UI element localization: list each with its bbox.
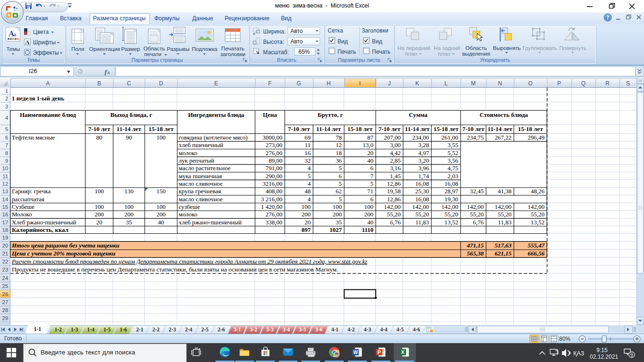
svg-text:16: 16 [2, 212, 8, 217]
svg-text:55,20: 55,20 [445, 211, 458, 218]
svg-text:100: 100 [302, 203, 311, 210]
svg-text:M: M [471, 80, 476, 87]
svg-text:6,76: 6,76 [390, 219, 401, 226]
svg-text:ҚАЗ: ҚАЗ [573, 350, 584, 357]
svg-text:Выход блюда, г: Выход блюда, г [110, 111, 152, 118]
svg-text:Гарнир: гречка: Гарнир: гречка [12, 188, 51, 195]
svg-text:26: 26 [2, 291, 8, 297]
svg-text:лук репчатый: лук репчатый [179, 157, 214, 164]
svg-text:?: ? [606, 14, 609, 21]
svg-text:X: X [401, 349, 405, 355]
svg-text:J: J [388, 80, 391, 87]
svg-text:6: 6 [371, 165, 374, 172]
svg-text:16,08: 16,08 [415, 180, 429, 187]
svg-text:55,20: 55,20 [415, 211, 429, 218]
svg-text:200: 200 [157, 211, 166, 218]
svg-text:Цена: Цена [263, 111, 277, 118]
svg-text:3216,00: 3216,00 [263, 180, 282, 187]
svg-text:25,30: 25,30 [415, 188, 429, 195]
svg-text:6: 6 [371, 196, 374, 203]
svg-text:13,52: 13,52 [531, 219, 545, 226]
svg-text:7-10 лет: 7-10 лет [88, 125, 110, 132]
svg-text:55,20: 55,20 [531, 211, 545, 218]
svg-text:40: 40 [367, 157, 373, 164]
svg-text:19,58: 19,58 [387, 188, 401, 195]
svg-text:рассыпчатая: рассыпчатая [12, 196, 44, 203]
svg-text:масло сливочное: масло сливочное [179, 196, 223, 203]
svg-text:21: 21 [2, 251, 8, 256]
svg-text:Брутто, г: Брутто, г [318, 111, 343, 118]
svg-text:28,97: 28,97 [445, 188, 459, 195]
svg-text:142,00: 142,00 [412, 203, 429, 210]
svg-text:C: C [127, 80, 131, 87]
svg-text:4,75: 4,75 [447, 165, 458, 172]
svg-text:4: 4 [308, 180, 311, 187]
svg-text:02.12.2021: 02.12.2021 [590, 354, 618, 360]
svg-text:Расчет стоимости блюд произвед: Расчет стоимости блюд произведен по цена… [11, 258, 367, 265]
svg-text:K: K [415, 80, 419, 87]
svg-text:1,74: 1,74 [418, 173, 429, 180]
svg-text:55,20: 55,20 [470, 211, 484, 218]
svg-text:666,56: 666,56 [528, 250, 545, 257]
svg-text:P: P [557, 80, 561, 87]
svg-text:2: 2 [5, 96, 8, 101]
svg-text:35: 35 [336, 219, 342, 226]
svg-text:3: 3 [5, 104, 8, 109]
svg-text:80: 80 [96, 134, 102, 141]
svg-text:261,00: 261,00 [441, 134, 458, 141]
svg-text:F: F [268, 80, 272, 87]
svg-text:15-18 лет: 15-18 лет [149, 125, 174, 132]
svg-text:3,20: 3,20 [418, 157, 429, 164]
svg-text:25: 25 [2, 283, 8, 289]
svg-text:200: 200 [124, 211, 134, 218]
svg-text:4: 4 [5, 115, 8, 121]
svg-text:200: 200 [302, 211, 311, 218]
svg-text:4: 4 [308, 196, 311, 203]
svg-text:338,00: 338,00 [265, 219, 282, 226]
svg-text:78: 78 [336, 134, 342, 141]
svg-text:55,20: 55,20 [387, 211, 401, 218]
svg-text:Хлеб ржано-пшеничный: Хлеб ржано-пшеничный [12, 219, 76, 226]
svg-text:142,00: 142,00 [441, 203, 458, 210]
svg-text:40: 40 [158, 219, 164, 226]
svg-text:276,00: 276,00 [265, 211, 282, 218]
svg-text:142,00: 142,00 [528, 203, 545, 210]
svg-text:1110: 1110 [362, 226, 373, 233]
svg-text:P: P [378, 349, 381, 355]
svg-text:100: 100 [157, 134, 166, 141]
svg-text:1027: 1027 [330, 226, 342, 233]
svg-text:11-14 лет: 11-14 лет [316, 125, 341, 132]
svg-text:290,00: 290,00 [265, 173, 282, 180]
svg-text:5: 5 [308, 173, 311, 180]
svg-text:40: 40 [367, 219, 373, 226]
svg-text:897: 897 [302, 226, 311, 233]
svg-text:Стоимость блюда: Стоимость блюда [479, 111, 528, 118]
svg-text:1 420,00: 1 420,00 [261, 203, 283, 210]
svg-text:16: 16 [305, 149, 311, 156]
svg-text:18: 18 [336, 149, 342, 156]
svg-text:Наименование блюд: Наименование блюд [20, 111, 76, 118]
svg-text:5,52: 5,52 [447, 149, 458, 156]
svg-text:13,52: 13,52 [445, 219, 458, 226]
svg-text:Итого цена рациона без учета н: Итого цена рациона без учета наценки [11, 242, 119, 249]
svg-text:3,56: 3,56 [447, 157, 458, 164]
svg-text:O: O [528, 80, 532, 87]
svg-text:90: 90 [126, 134, 132, 141]
svg-text:Сумма: Сумма [409, 111, 428, 118]
svg-text:200: 200 [364, 211, 374, 218]
svg-text:11: 11 [305, 141, 311, 148]
svg-text:7: 7 [371, 173, 374, 180]
svg-text:B: B [97, 80, 101, 87]
svg-text:11-14 лет: 11-14 лет [116, 125, 141, 132]
svg-text:15-18 лет: 15-18 лет [433, 125, 459, 132]
svg-text:19,30: 19,30 [445, 196, 458, 203]
svg-text:48,26: 48,26 [531, 188, 545, 195]
svg-text:N: N [498, 80, 502, 87]
svg-text:12,86: 12,86 [387, 196, 401, 203]
svg-text:молоко: молоко [179, 211, 198, 218]
svg-text:крупа гречневая: крупа гречневая [179, 188, 221, 195]
svg-text:18: 18 [2, 227, 8, 233]
svg-text:2,03: 2,03 [447, 173, 458, 180]
svg-text:517,63: 517,63 [495, 242, 512, 249]
svg-text:9: 9 [630, 352, 633, 358]
